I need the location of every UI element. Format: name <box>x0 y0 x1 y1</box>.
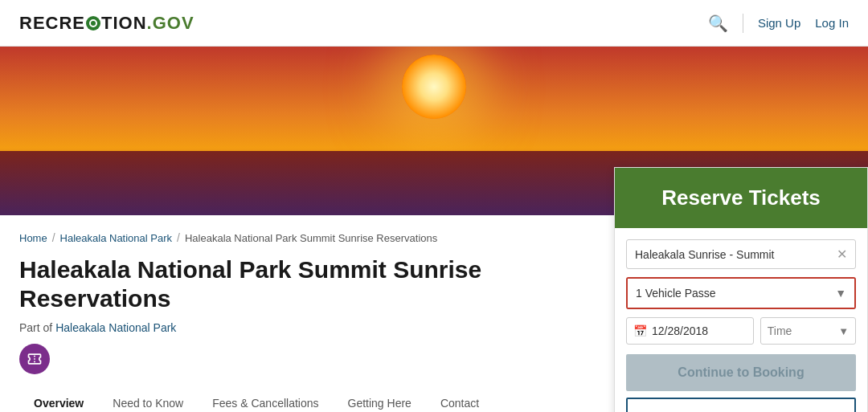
location-text: Haleakala Sunrise - Summit <box>635 248 837 261</box>
part-of: Part of Haleakala National Park <box>19 321 563 334</box>
ticket-badge <box>19 344 50 374</box>
vehicle-selector[interactable]: 1 Vehicle Passe 2 Vehicle Passes 3 Vehic… <box>626 277 856 309</box>
content-area: Home / Haleakala National Park / Haleaka… <box>0 215 583 412</box>
page-title: Haleakala National Park Summit Sunrise R… <box>19 255 563 313</box>
page-tabs: Overview Need to Know Fees & Cancellatio… <box>19 389 563 412</box>
log-in-link[interactable]: Log In <box>815 16 849 30</box>
part-of-link[interactable]: Haleakala National Park <box>55 321 176 334</box>
header-divider <box>743 14 743 33</box>
search-icon[interactable]: 🔍 <box>708 14 728 33</box>
tab-contact[interactable]: Contact <box>426 389 493 412</box>
tab-overview[interactable]: Overview <box>19 389 98 412</box>
ticket-icon <box>27 351 43 367</box>
calendar-icon: 📅 <box>633 324 647 337</box>
date-value: 12/28/2018 <box>652 324 708 337</box>
tab-need-to-know[interactable]: Need to Know <box>98 389 198 412</box>
reserve-body: Haleakala Sunrise - Summit ✕ 1 Vehicle P… <box>615 228 867 412</box>
part-of-label: Part of <box>19 321 52 334</box>
date-input[interactable]: 📅 12/28/2018 <box>626 317 754 345</box>
time-select[interactable]: Time 6:00 AM 6:30 AM 7:00 AM <box>761 318 855 344</box>
breadcrumb-current: Haleakala National Park Summit Sunrise R… <box>185 232 437 244</box>
vehicle-select[interactable]: 1 Vehicle Passe 2 Vehicle Passes 3 Vehic… <box>628 279 854 308</box>
breadcrumb-home[interactable]: Home <box>19 232 47 244</box>
breadcrumb-park[interactable]: Haleakala National Park <box>60 232 172 244</box>
tab-getting-here[interactable]: Getting Here <box>334 389 426 412</box>
breadcrumb-sep-2: / <box>177 231 180 244</box>
hero-sun <box>402 55 466 119</box>
time-select-wrap[interactable]: Time 6:00 AM 6:30 AM 7:00 AM ▼ <box>760 317 856 345</box>
site-logo[interactable]: RECRE TION.gov <box>19 13 194 34</box>
sign-up-link[interactable]: Sign Up <box>758 16 800 30</box>
tab-fees[interactable]: Fees & Cancellations <box>198 389 333 412</box>
breadcrumb-sep-1: / <box>52 231 55 244</box>
main-container: Home / Haleakala National Park / Haleaka… <box>0 215 868 412</box>
reserve-panel: Reserve Tickets Haleakala Sunrise - Summ… <box>614 167 868 412</box>
site-header: RECRE TION.gov 🔍 Sign Up Log In <box>0 0 868 47</box>
continue-booking-button[interactable]: Continue to Booking <box>626 354 856 391</box>
datetime-row: 📅 12/28/2018 Time 6:00 AM 6:30 AM 7:00 A… <box>626 317 856 345</box>
header-nav: 🔍 Sign Up Log In <box>708 14 849 33</box>
reserve-header: Reserve Tickets <box>615 168 867 228</box>
breadcrumb: Home / Haleakala National Park / Haleaka… <box>19 231 563 244</box>
view-tours-button[interactable]: View Tours <box>626 398 856 412</box>
clear-location-icon[interactable]: ✕ <box>837 247 847 262</box>
location-selector[interactable]: Haleakala Sunrise - Summit ✕ <box>626 239 856 269</box>
